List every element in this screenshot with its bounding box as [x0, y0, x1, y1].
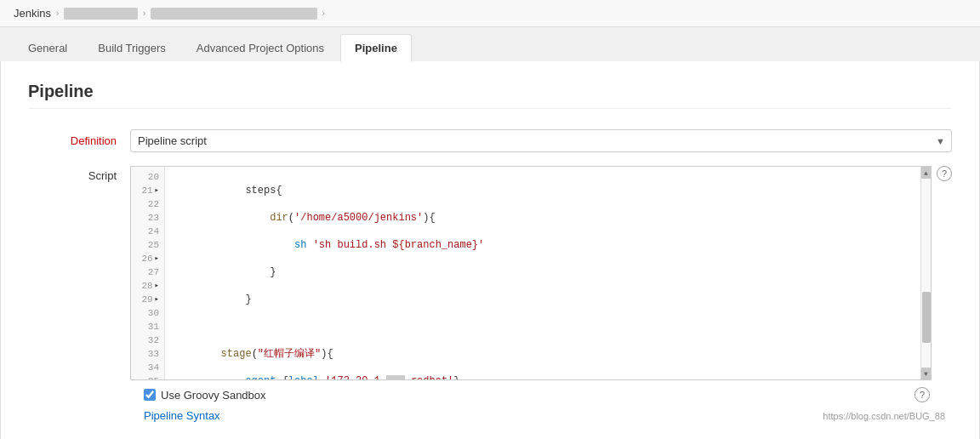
ln-25: 25 — [136, 238, 159, 252]
ln-34: 34 — [136, 361, 159, 374]
editor-scrollbar[interactable]: ▲ ▼ — [920, 167, 931, 379]
pipeline-syntax-link[interactable]: Pipeline Syntax — [144, 409, 220, 422]
definition-label: Definition — [28, 129, 130, 147]
code-line-24: } — [172, 293, 914, 306]
content-panel: Pipeline Definition Pipeline script Pipe… — [0, 61, 980, 439]
groovy-sandbox-label[interactable]: Use Groovy Sandbox — [161, 389, 266, 402]
ln-21: 21▸ — [136, 184, 159, 197]
tab-bar: General Build Triggers Advanced Project … — [0, 27, 980, 61]
tab-build-triggers[interactable]: Build Triggers — [83, 34, 179, 61]
groovy-sandbox-checkbox[interactable] — [144, 389, 156, 401]
scrollbar-down-button[interactable]: ▼ — [921, 368, 932, 379]
script-editor-container[interactable]: 20 21▸ 22 23 24 25 26▸ 27 28▸ 29▸ 30 31 … — [130, 166, 932, 380]
breadcrumb-arrow-3: › — [322, 9, 325, 18]
ln-28: 28▸ — [136, 279, 159, 293]
code-line-25 — [172, 320, 914, 334]
definition-control: Pipeline script Pipeline script from SCM… — [130, 129, 952, 152]
script-label: Script — [28, 166, 130, 182]
breadcrumb-item-2[interactable] — [64, 8, 138, 20]
code-line-20: steps{ — [172, 184, 914, 197]
breadcrumb-jenkins[interactable]: Jenkins — [14, 7, 51, 20]
line-numbers: 20 21▸ 22 23 24 25 26▸ 27 28▸ 29▸ 30 31 … — [131, 167, 165, 379]
script-editor: 20 21▸ 22 23 24 25 26▸ 27 28▸ 29▸ 30 31 … — [131, 167, 931, 379]
groovy-sandbox-help-icon[interactable]: ? — [914, 387, 930, 402]
breadcrumb: Jenkins › › › — [0, 0, 980, 27]
ln-26: 26▸ — [136, 252, 159, 265]
scrollbar-up-button[interactable]: ▲ — [921, 167, 932, 179]
ln-22: 22 — [136, 197, 159, 211]
ln-35: 35 — [136, 374, 159, 379]
breadcrumb-arrow-2: › — [143, 9, 145, 18]
script-help-icon[interactable]: ? — [937, 166, 952, 181]
code-line-21: dir('/home/a5000/jenkins'){ — [172, 211, 914, 225]
definition-select[interactable]: Pipeline script Pipeline script from SCM — [130, 129, 952, 152]
ln-20: 20 — [136, 170, 159, 184]
script-row: Script 20 21▸ 22 23 24 25 26▸ 27 28▸ — [28, 166, 952, 380]
ln-23: 23 — [136, 211, 159, 225]
ln-31: 31 — [136, 320, 159, 334]
code-line-22: sh 'sh build.sh ${branch_name}' — [172, 238, 914, 252]
scrollbar-thumb[interactable] — [922, 292, 931, 343]
ln-27: 27 — [136, 265, 159, 279]
ln-24: 24 — [136, 225, 159, 238]
scrollbar-track — [921, 179, 931, 368]
groovy-sandbox-row: Use Groovy Sandbox ? — [144, 387, 952, 402]
panel-title: Pipeline — [28, 82, 952, 109]
tab-advanced-project-options[interactable]: Advanced Project Options — [182, 34, 339, 61]
ln-29: 29▸ — [136, 293, 159, 306]
ln-33: 33 — [136, 347, 159, 361]
tab-general[interactable]: General — [14, 34, 82, 61]
definition-row: Definition Pipeline script Pipeline scri… — [28, 129, 952, 152]
code-line-23: } — [172, 265, 914, 279]
tab-pipeline[interactable]: Pipeline — [340, 34, 412, 62]
ln-30: 30 — [136, 306, 159, 320]
definition-select-wrapper: Pipeline script Pipeline script from SCM… — [130, 129, 952, 152]
breadcrumb-item-3[interactable] — [151, 8, 316, 20]
code-line-26: stage("红帽子编译"){ — [172, 347, 914, 361]
links-row: Pipeline Syntax https://blog.csdn.net/BU… — [144, 409, 952, 422]
breadcrumb-arrow-1: › — [56, 9, 59, 18]
csdn-link[interactable]: https://blog.csdn.net/BUG_88 — [823, 411, 945, 421]
ln-32: 32 — [136, 334, 159, 347]
code-line-27: agent {label '172.20.1.xxx-redhat'} — [172, 374, 914, 379]
code-area[interactable]: steps{ dir('/home/a5000/jenkins'){ sh 's… — [165, 167, 920, 379]
